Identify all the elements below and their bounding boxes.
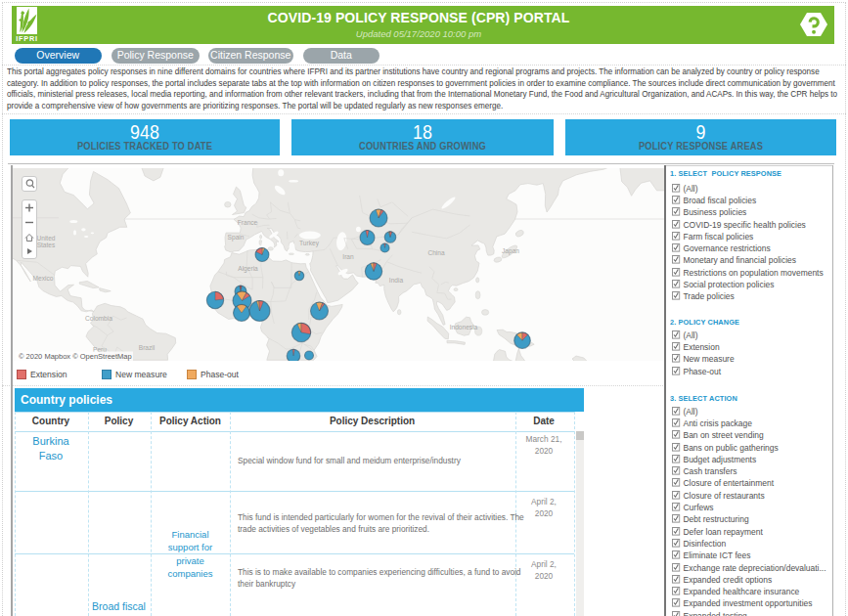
svg-text:Colombia: Colombia xyxy=(85,315,112,322)
svg-text:Mexico: Mexico xyxy=(33,275,54,282)
svg-text:France: France xyxy=(238,219,258,226)
svg-text:Turkey: Turkey xyxy=(299,240,320,247)
svg-text:India: India xyxy=(389,277,404,284)
svg-text:Iran: Iran xyxy=(342,253,354,260)
svg-text:States: States xyxy=(37,242,56,248)
svg-text:© 2020 Mapbox © OpenStreetMap: © 2020 Mapbox © OpenStreetMap xyxy=(19,352,132,361)
svg-text:Spain: Spain xyxy=(228,234,245,242)
svg-text:Japan: Japan xyxy=(502,247,519,255)
svg-text:China: China xyxy=(427,249,445,256)
svg-text:Brazil: Brazil xyxy=(139,344,156,351)
svg-text:Algeria: Algeria xyxy=(238,265,258,273)
svg-text:Indonesia: Indonesia xyxy=(450,324,478,330)
